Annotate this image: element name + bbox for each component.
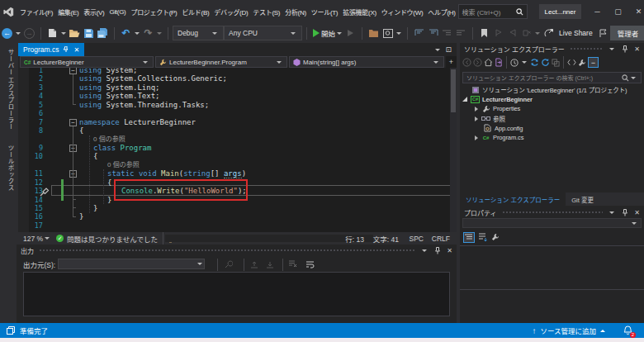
nav-project-dropdown[interactable]: C# LecturerBeginner — [20, 56, 154, 68]
redo-dropdown[interactable] — [157, 32, 162, 35]
health-check-icon[interactable]: ✓ — [56, 235, 64, 242]
menu-item-1[interactable]: 編集(E) — [55, 7, 81, 17]
code-editor[interactable]: 1using System;2using System.Collections.… — [18, 68, 457, 232]
quick-search-box[interactable]: 検索 (Ctrl+Q) — [458, 4, 528, 19]
se-nest-icon[interactable] — [552, 59, 560, 67]
notifications-bell-icon[interactable]: 2 — [623, 325, 632, 335]
output-content[interactable] — [23, 272, 450, 316]
menu-item-0[interactable]: ファイル(F) — [17, 7, 55, 17]
fold-marker[interactable]: − — [69, 119, 77, 126]
minimize-button[interactable]: ─ — [592, 7, 602, 17]
props-close-icon[interactable]: ✕ — [634, 209, 640, 216]
zoom-dropdown[interactable] — [45, 237, 50, 240]
bookmark-prev-icon[interactable] — [491, 26, 505, 40]
navigate-back-icon[interactable]: ← — [0, 26, 14, 40]
save-all-icon[interactable] — [96, 26, 110, 40]
clear-all-icon[interactable] — [286, 258, 300, 271]
properties-object-dropdown[interactable] — [462, 218, 642, 228]
nav-class-dropdown[interactable]: LecturerBeginner.Program — [155, 56, 287, 68]
indent-increase-icon[interactable] — [454, 26, 468, 40]
bookmark-clear-icon[interactable] — [519, 26, 533, 40]
tree-item--lecturerbeginner-1-1-[interactable]: ソリューション 'LecturerBeginner' (1/1 プロジェクト) — [462, 85, 627, 95]
live-share-label[interactable]: Live Share — [559, 29, 593, 37]
properties-panel-title-bar[interactable]: プロパティ ✕ — [460, 207, 644, 218]
se-collapse-all-icon[interactable]: − — [588, 57, 599, 68]
vertical-scrollbar[interactable] — [450, 68, 457, 232]
menu-item-6[interactable]: デバッグ(D) — [211, 7, 250, 17]
add-source-control-label[interactable]: ソース管理に追加 — [540, 325, 596, 335]
tree-item-app-config[interactable]: App.config — [475, 123, 523, 133]
menu-item-8[interactable]: 分析(N) — [282, 7, 309, 17]
menu-item-9[interactable]: ツール(T) — [309, 7, 340, 17]
new-file-dropdown[interactable] — [61, 32, 66, 35]
split-add-button[interactable]: + — [446, 56, 457, 68]
se-close-icon[interactable]: ✕ — [634, 45, 640, 53]
bookmark-icon[interactable] — [477, 26, 491, 40]
solution-search-dropdown[interactable] — [631, 77, 636, 79]
props-pin-icon[interactable] — [622, 209, 628, 216]
close-button[interactable]: ✕ — [633, 7, 643, 17]
se-filter-dropdown[interactable] — [522, 61, 527, 64]
tree-item-program-cs[interactable]: C#Program.cs — [475, 133, 523, 143]
menu-item-11[interactable]: ウィンドウ(W) — [379, 7, 425, 17]
se-pending-changes-filter-icon[interactable] — [510, 59, 519, 67]
source-control-dropdown[interactable] — [600, 330, 605, 332]
output-pin-icon[interactable] — [434, 247, 441, 254]
navigate-forward-icon[interactable]: → — [22, 26, 36, 40]
tab-server-explorer[interactable]: サーバー エクスプローラー — [6, 43, 15, 136]
comment-icon[interactable] — [412, 26, 426, 40]
props-property-pages-icon[interactable] — [491, 233, 500, 241]
fold-marker[interactable]: − — [69, 68, 77, 74]
collapse-arrow-icon[interactable] — [462, 97, 467, 102]
output-title-bar[interactable]: 出力 ✕ — [17, 245, 457, 256]
se-pin-icon[interactable] — [622, 45, 628, 53]
solution-explorer-title-bar[interactable]: ソリューション エクスプローラー ✕ — [460, 43, 644, 55]
goto-prev-message-icon[interactable] — [247, 258, 261, 271]
tab-list-dropdown[interactable] — [435, 49, 440, 51]
start-debug-label[interactable]: 開始 — [321, 28, 335, 38]
expand-arrow-icon[interactable] — [475, 116, 478, 121]
props-alphabetical-icon[interactable] — [478, 233, 488, 242]
se-show-all-files-icon[interactable] — [567, 59, 576, 66]
menu-item-4[interactable]: プロジェクト(P) — [128, 7, 179, 17]
se-update-icon[interactable] — [541, 58, 550, 67]
nav-member-dropdown[interactable]: Main(string[] args) — [289, 56, 444, 68]
tree-item-properties[interactable]: Properties — [475, 104, 520, 114]
menu-item-10[interactable]: 拡張機能(X) — [340, 7, 379, 17]
se-window-dropdown[interactable] — [609, 48, 614, 50]
find-dropdown[interactable] — [396, 32, 401, 35]
output-close-icon[interactable]: ✕ — [447, 247, 452, 254]
maximize-button[interactable]: ▢ — [613, 7, 623, 17]
output-window-dropdown[interactable] — [422, 249, 427, 252]
feedback-icon[interactable] — [596, 26, 610, 40]
output-source-dropdown[interactable] — [58, 259, 205, 269]
menu-item-5[interactable]: ビルド(B) — [179, 7, 211, 17]
navigate-back-dropdown[interactable] — [16, 32, 21, 35]
live-unit-test-icon[interactable] — [367, 26, 381, 40]
se-forward-icon[interactable] — [473, 58, 482, 67]
quick-actions-screwdriver-icon[interactable] — [40, 186, 50, 197]
se-sync-active-doc-icon[interactable] — [495, 58, 503, 67]
menu-item-3[interactable]: Git(G) — [107, 8, 128, 16]
codelens-row[interactable]: 0 個の参照 — [18, 135, 457, 144]
solution-search-icon[interactable] — [622, 74, 629, 82]
undo-dropdown[interactable] — [135, 32, 140, 35]
se-back-icon[interactable] — [462, 58, 471, 67]
new-file-icon[interactable] — [45, 26, 59, 40]
bookmark-next-icon[interactable] — [505, 26, 519, 40]
props-window-dropdown[interactable] — [609, 211, 614, 214]
zoom-level[interactable]: 127 % — [23, 235, 43, 243]
live-share-icon[interactable] — [542, 26, 556, 40]
tree-item--[interactable]: 参照 — [475, 114, 505, 124]
open-file-icon[interactable] — [68, 26, 82, 40]
solution-platform-dropdown[interactable]: Any CPU — [224, 26, 302, 40]
pin-icon[interactable] — [63, 46, 69, 53]
start-debug-icon[interactable] — [311, 26, 321, 40]
start-debug-dropdown[interactable] — [337, 32, 342, 35]
tab-program-cs[interactable]: Program.cs ✕ — [18, 43, 84, 56]
health-message[interactable]: 問題は見つかりませんでした — [67, 234, 158, 244]
add-source-control-icon[interactable]: ↑ — [532, 326, 536, 335]
indent-decrease-icon[interactable] — [440, 26, 454, 40]
editor-options-icon[interactable]: ⊡ — [445, 45, 452, 54]
search-icon[interactable] — [516, 8, 523, 16]
